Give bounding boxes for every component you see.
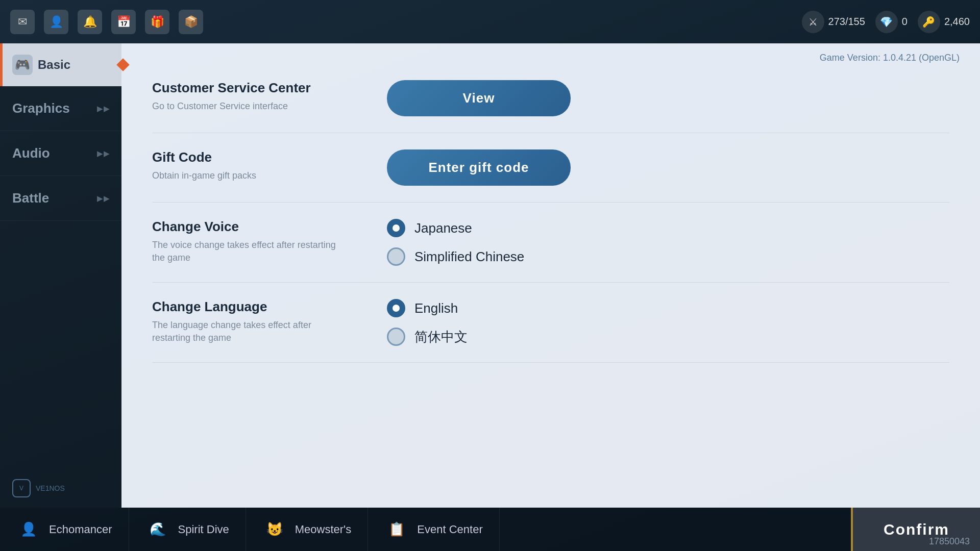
lang-english-option[interactable]: English	[387, 299, 949, 317]
calendar-icon[interactable]: 📅	[111, 10, 136, 34]
voice-simplified-chinese-radio[interactable]	[387, 247, 405, 266]
gift-code-desc: Obtain in-game gift packs	[152, 169, 346, 182]
customer-service-controls: View	[387, 80, 949, 116]
top-bar: ✉ 👤 🔔 📅 🎁 📦 ⚔ 273/155 💎 0 🔑 2,460	[0, 0, 980, 43]
bottom-meowsters[interactable]: 😺 Meowster's	[246, 508, 369, 551]
sidebar: 🎮 Basic Graphics ▶▶ Audio ▶▶ Battle ▶▶ V…	[0, 43, 121, 508]
bottom-spirit-dive[interactable]: 🌊 Spirit Dive	[129, 508, 246, 551]
game-version: Game Version: 1.0.4.21 (OpenGL)	[820, 53, 960, 63]
lang-english-label: English	[414, 300, 458, 316]
sidebar-battle-label: Battle	[12, 190, 49, 206]
meowsters-icon: 😺	[262, 517, 287, 542]
meowsters-label: Meowster's	[295, 523, 352, 536]
stamina-stat: ⚔ 273/155	[802, 11, 865, 33]
top-bar-icons: ✉ 👤 🔔 📅 🎁 📦	[10, 10, 203, 34]
gift-icon[interactable]: 🎁	[145, 10, 169, 34]
lang-simplified-chinese-radio[interactable]	[387, 328, 405, 346]
gem-stat: 💎 0	[875, 11, 908, 33]
audio-arrows: ▶▶	[97, 149, 109, 158]
battle-arrows: ▶▶	[97, 194, 109, 203]
logo-text: VE1NOS	[36, 484, 65, 492]
sidebar-logo: V VE1NOS	[0, 469, 121, 508]
voice-japanese-radio[interactable]	[387, 219, 405, 237]
event-center-label: Event Center	[417, 523, 482, 536]
graphics-arrows: ▶▶	[97, 105, 109, 113]
sidebar-audio-label: Audio	[12, 145, 50, 161]
stamina-value: 273/155	[828, 16, 865, 28]
key-icon: 🔑	[918, 11, 940, 33]
gem-icon: 💎	[875, 11, 898, 33]
stamina-icon: ⚔	[802, 11, 824, 33]
ve1nos-logo: V	[12, 479, 31, 497]
key-stat: 🔑 2,460	[918, 11, 970, 33]
sidebar-item-audio[interactable]: Audio ▶▶	[0, 131, 121, 176]
bottom-echomancer[interactable]: 👤 Echomancer	[0, 508, 129, 551]
gift-code-title: Gift Code	[152, 149, 366, 165]
event-center-icon: 📋	[384, 517, 409, 542]
notification-icon[interactable]: 🔔	[78, 10, 102, 34]
echomancer-icon: 👤	[16, 517, 41, 542]
package-icon[interactable]: 📦	[179, 10, 203, 34]
gift-code-controls: Enter gift code	[387, 149, 949, 186]
change-voice-row: Change Voice The voice change takes effe…	[152, 203, 949, 283]
gift-code-label-area: Gift Code Obtain in-game gift packs	[152, 149, 366, 182]
sidebar-item-graphics[interactable]: Graphics ▶▶	[0, 86, 121, 131]
voice-simplified-chinese-option[interactable]: Simplified Chinese	[387, 247, 949, 266]
top-bar-right: ⚔ 273/155 💎 0 🔑 2,460	[802, 11, 970, 33]
spirit-dive-icon: 🌊	[145, 517, 170, 542]
settings-panel: Game Version: 1.0.4.21 (OpenGL) Customer…	[121, 43, 980, 508]
voice-japanese-label: Japanese	[414, 220, 472, 236]
change-language-controls: English 简休中文	[387, 299, 949, 346]
voice-simplified-chinese-label: Simplified Chinese	[414, 249, 524, 265]
bottom-event-center[interactable]: 📋 Event Center	[368, 508, 499, 551]
lang-english-radio[interactable]	[387, 299, 405, 317]
mail-icon[interactable]: ✉	[10, 10, 35, 34]
change-language-desc: The language change takes effect after r…	[152, 319, 346, 344]
echomancer-label: Echomancer	[49, 523, 112, 536]
view-button[interactable]: View	[387, 80, 571, 116]
change-voice-label-area: Change Voice The voice change takes effe…	[152, 219, 366, 264]
customer-service-row: Customer Service Center Go to Customer S…	[152, 64, 949, 133]
gem-value: 0	[902, 16, 908, 28]
enter-gift-code-button[interactable]: Enter gift code	[387, 149, 571, 186]
sidebar-graphics-label: Graphics	[12, 101, 70, 116]
customer-service-desc: Go to Customer Service interface	[152, 100, 346, 113]
bottom-bar: 👤 Echomancer 🌊 Spirit Dive 😺 Meowster's …	[0, 508, 980, 551]
customer-service-title: Customer Service Center	[152, 80, 366, 96]
change-language-label-area: Change Language The language change take…	[152, 299, 366, 344]
lang-simplified-chinese-option[interactable]: 简休中文	[387, 328, 949, 346]
change-voice-title: Change Voice	[152, 219, 366, 235]
spirit-dive-label: Spirit Dive	[178, 523, 229, 536]
change-language-row: Change Language The language change take…	[152, 283, 949, 363]
sidebar-item-basic[interactable]: 🎮 Basic	[0, 43, 121, 86]
key-value: 2,460	[944, 16, 970, 28]
score-display: 17850043	[929, 536, 970, 547]
gift-code-row: Gift Code Obtain in-game gift packs Ente…	[152, 133, 949, 203]
change-voice-desc: The voice change takes effect after rest…	[152, 239, 346, 264]
sidebar-item-battle[interactable]: Battle ▶▶	[0, 176, 121, 221]
voice-japanese-option[interactable]: Japanese	[387, 219, 949, 237]
profile-icon[interactable]: 👤	[44, 10, 68, 34]
basic-icon: 🎮	[12, 55, 33, 75]
change-voice-controls: Japanese Simplified Chinese	[387, 219, 949, 266]
change-language-title: Change Language	[152, 299, 366, 315]
sidebar-basic-label: Basic	[38, 58, 70, 72]
lang-simplified-chinese-label: 简休中文	[414, 328, 468, 346]
customer-service-label-area: Customer Service Center Go to Customer S…	[152, 80, 366, 113]
